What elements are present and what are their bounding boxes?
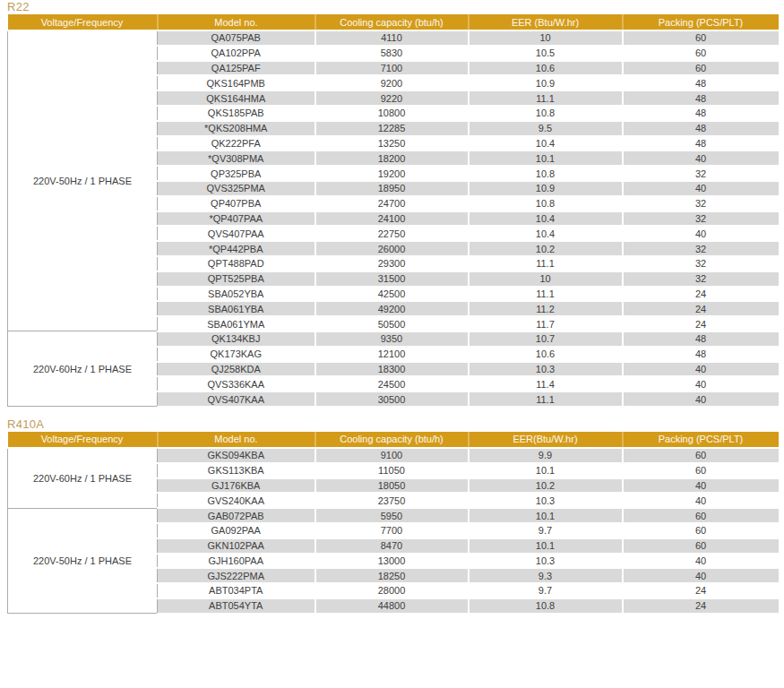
- cooling-capacity-cell: 9220: [315, 90, 469, 106]
- cooling-capacity-cell: 4110: [315, 30, 469, 46]
- cooling-capacity-cell: 24100: [315, 211, 469, 227]
- cooling-capacity-cell: 18950: [315, 181, 469, 196]
- eer-cell: 9.9: [469, 448, 623, 463]
- model-cell: SBA061YBA: [158, 301, 315, 316]
- r410a-table-body: 220V-60Hz / 1 PHASEGKS094KBA91009.960GKS…: [8, 448, 779, 614]
- cooling-capacity-cell: 18050: [315, 478, 469, 494]
- packing-cell: 32: [623, 196, 779, 211]
- cooling-capacity-cell: 44800: [315, 598, 469, 614]
- model-cell: QVS325PMA: [158, 181, 315, 196]
- packing-cell: 40: [623, 226, 779, 241]
- voltage-group-cell: 220V-60Hz / 1 PHASE: [8, 448, 158, 508]
- eer-cell: 11.1: [469, 90, 623, 106]
- table-row: 220V-60Hz / 1 PHASEGKS094KBA91009.960: [8, 448, 779, 463]
- packing-cell: 32: [623, 166, 779, 181]
- cooling-capacity-cell: 12100: [315, 347, 469, 362]
- header-model-no: Model no.: [158, 432, 315, 448]
- cooling-capacity-cell: 23750: [315, 493, 469, 508]
- cooling-capacity-cell: 19200: [315, 166, 469, 181]
- packing-cell: 60: [623, 538, 779, 554]
- model-cell: GVS240KAA: [158, 493, 315, 508]
- model-cell: QK173KAG: [158, 347, 315, 362]
- r22-spec-table: Voltage/Frequency Model no. Cooling capa…: [7, 14, 779, 408]
- header-cooling-capacity: Cooling capacity (btu/h): [315, 432, 469, 448]
- header-voltage-frequency: Voltage/Frequency: [8, 14, 158, 30]
- cooling-capacity-cell: 22750: [315, 226, 469, 241]
- eer-cell: 10.1: [469, 463, 623, 478]
- model-cell: GA092PAA: [158, 523, 315, 538]
- packing-cell: 32: [623, 241, 779, 256]
- eer-cell: 10.3: [469, 362, 623, 377]
- model-cell: GKN102PAA: [158, 538, 315, 554]
- eer-cell: 10: [469, 271, 623, 287]
- packing-cell: 32: [623, 211, 779, 227]
- cooling-capacity-cell: 12285: [315, 121, 469, 136]
- model-cell: GJ176KBA: [158, 478, 315, 494]
- packing-cell: 40: [623, 478, 779, 494]
- model-cell: GAB072PAB: [158, 508, 315, 523]
- packing-cell: 40: [623, 554, 779, 569]
- eer-cell: 10: [469, 30, 623, 46]
- table-row: 220V-60Hz / 1 PHASEQK134KBJ935010.748: [8, 331, 779, 347]
- cooling-capacity-cell: 10800: [315, 106, 469, 121]
- cooling-capacity-cell: 18200: [315, 150, 469, 166]
- cooling-capacity-cell: 42500: [315, 287, 469, 302]
- cooling-capacity-cell: 18300: [315, 362, 469, 377]
- model-cell: QKS185PAB: [158, 106, 315, 121]
- model-cell: QP407PBA: [158, 196, 315, 211]
- model-cell: QVS407KAA: [158, 391, 315, 407]
- model-cell: QA102PPA: [158, 46, 315, 61]
- packing-cell: 48: [623, 90, 779, 106]
- eer-cell: 10.3: [469, 493, 623, 508]
- packing-cell: 60: [623, 448, 779, 463]
- r410a-title: R410A: [7, 418, 778, 430]
- model-cell: GJS222PMA: [158, 568, 315, 583]
- cooling-capacity-cell: 5950: [315, 508, 469, 523]
- eer-cell: 10.9: [469, 181, 623, 196]
- packing-cell: 24: [623, 316, 779, 331]
- model-cell: QK134KBJ: [158, 331, 315, 347]
- packing-cell: 40: [623, 391, 779, 407]
- eer-cell: 10.8: [469, 598, 623, 614]
- packing-cell: 24: [623, 583, 779, 598]
- r22-table-body: 220V-50Hz / 1 PHASEQA075PAB41101060QA102…: [8, 30, 779, 407]
- cooling-capacity-cell: 13000: [315, 554, 469, 569]
- cooling-capacity-cell: 28000: [315, 583, 469, 598]
- cooling-capacity-cell: 9100: [315, 448, 469, 463]
- header-model-no: Model no.: [158, 14, 315, 30]
- packing-cell: 40: [623, 181, 779, 196]
- packing-cell: 40: [623, 568, 779, 583]
- cooling-capacity-cell: 24700: [315, 196, 469, 211]
- cooling-capacity-cell: 8470: [315, 538, 469, 554]
- model-cell: QPT488PAD: [158, 256, 315, 271]
- cooling-capacity-cell: 9200: [315, 75, 469, 90]
- packing-cell: 40: [623, 362, 779, 377]
- cooling-capacity-cell: 13250: [315, 136, 469, 151]
- eer-cell: 10.8: [469, 106, 623, 121]
- packing-cell: 32: [623, 271, 779, 287]
- model-cell: SBA052YBA: [158, 287, 315, 302]
- packing-cell: 48: [623, 136, 779, 151]
- packing-cell: 24: [623, 598, 779, 614]
- r22-section: R22 Voltage/Frequency Model no. Cooling …: [7, 1, 778, 408]
- cooling-capacity-cell: 7700: [315, 523, 469, 538]
- header-eer: EER (Btu/W.hr): [469, 14, 623, 30]
- eer-cell: 11.4: [469, 376, 623, 391]
- packing-cell: 48: [623, 121, 779, 136]
- eer-cell: 10.8: [469, 196, 623, 211]
- cooling-capacity-cell: 24500: [315, 376, 469, 391]
- voltage-group-cell: 220V-50Hz / 1 PHASE: [8, 508, 158, 614]
- model-cell: QP325PBA: [158, 166, 315, 181]
- packing-cell: 60: [623, 46, 779, 61]
- cooling-capacity-cell: 50500: [315, 316, 469, 331]
- model-cell: *QP442PBA: [158, 241, 315, 256]
- packing-cell: 60: [623, 463, 779, 478]
- packing-cell: 48: [623, 106, 779, 121]
- packing-cell: 48: [623, 331, 779, 347]
- eer-cell: 10.8: [469, 166, 623, 181]
- eer-cell: 10.5: [469, 46, 623, 61]
- packing-cell: 24: [623, 287, 779, 302]
- eer-cell: 11.1: [469, 391, 623, 407]
- spec-sheet-page: R22 Voltage/Frequency Model no. Cooling …: [0, 0, 784, 615]
- model-cell: QA125PAF: [158, 61, 315, 76]
